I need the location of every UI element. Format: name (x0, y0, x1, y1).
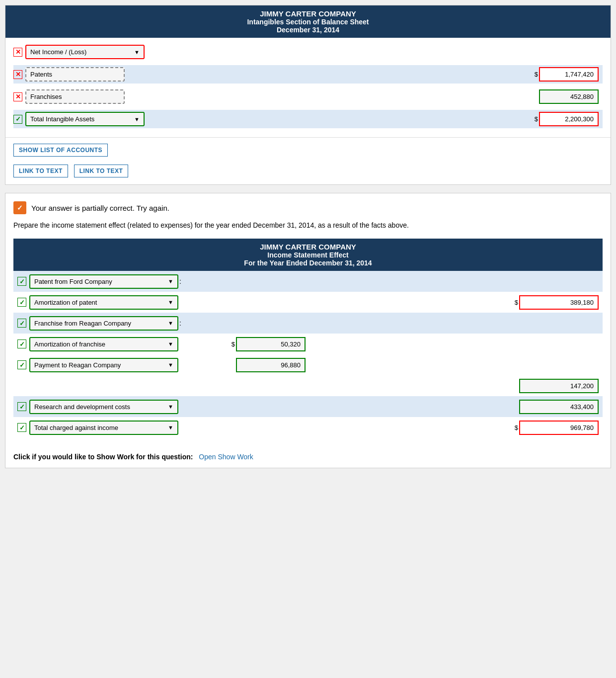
open-show-work-link[interactable]: Open Show Work (199, 453, 253, 461)
franchise-reagan-check: ✓ (17, 319, 26, 328)
amort-franchise-row: ✓ Amortization of franchise ▼ $ 50,320 (13, 334, 603, 354)
payment-reagan-dropdown[interactable]: Payment to Reagan Company ▼ (29, 358, 178, 372)
total-charged-dropdown[interactable]: Total charged against income ▼ (29, 421, 178, 435)
total-intangible-dropdown[interactable]: Total Intangible Assets ▼ (25, 112, 145, 126)
balance-sheet-date: December 31, 2014 (11, 26, 605, 34)
balance-sheet-form: ✕ Net Income / (Loss) ▼ ✕ Patents $ 1,74… (5, 38, 611, 137)
prepare-text: Prepare the income statement effect (rel… (13, 220, 603, 231)
patents-row: ✕ Patents $ 1,747,420 (13, 65, 603, 84)
company-name-2: JIMMY CARTER COMPANY (19, 243, 597, 251)
franchises-value[interactable]: 452,880 (539, 89, 599, 104)
amort-patent-arrow-icon: ▼ (168, 299, 173, 305)
show-list-button[interactable]: SHOW LIST OF ACCOUNTS (13, 144, 108, 157)
patents-check: ✕ (13, 70, 22, 79)
total-charged-dollar: $ (515, 424, 518, 431)
franchise-reagan-row: ✓ Franchise from Reagan Company ▼ : (13, 313, 603, 334)
total-intangible-value[interactable]: 2,200,300 (539, 112, 599, 126)
amort-patent-dollar: $ (515, 299, 518, 306)
total-intangible-check: ✓ (13, 115, 22, 124)
amort-franchise-arrow-icon: ▼ (168, 341, 173, 347)
subtotal-row: 147,200 (13, 375, 603, 396)
patent-ford-check: ✓ (17, 277, 26, 286)
show-work-area: Click if you would like to Show Work for… (5, 446, 611, 468)
net-income-row: ✕ Net Income / (Loss) ▼ (13, 43, 603, 61)
partial-correct-icon: ✓ (13, 201, 26, 214)
balance-sheet-subtitle: Intangibles Section of Balance Sheet (11, 18, 605, 26)
notice-text: Your answer is partially correct. Try ag… (31, 204, 169, 212)
income-statement-subtitle: Income Statement Effect (19, 251, 597, 259)
show-work-label: Click if you would like to Show Work for… (13, 453, 193, 461)
research-row: ✓ Research and development costs ▼ 433,4… (13, 396, 603, 417)
total-charged-check: ✓ (17, 423, 26, 432)
total-intangible-row: ✓ Total Intangible Assets ▼ $ 2,200,300 (13, 110, 603, 128)
payment-reagan-arrow-icon: ▼ (168, 362, 173, 368)
patent-ford-dropdown[interactable]: Patent from Ford Company ▼ (29, 274, 178, 289)
patent-ford-row: ✓ Patent from Ford Company ▼ : (13, 271, 603, 292)
link-to-text-button-1[interactable]: LINK TO TEXT (13, 165, 68, 177)
research-arrow-icon: ▼ (168, 404, 173, 410)
payment-reagan-row: ✓ Payment to Reagan Company ▼ 96,880 (13, 354, 603, 375)
patents-label-box: Patents (25, 67, 125, 82)
research-value[interactable]: 433,400 (519, 400, 599, 414)
total-intangible-arrow-icon: ▼ (134, 116, 140, 122)
patents-dollar: $ (535, 71, 538, 78)
amort-patent-row: ✓ Amortization of patent ▼ $ 389,180 (13, 292, 603, 313)
amort-franchise-check: ✓ (17, 339, 26, 348)
total-charged-row: ✓ Total charged against income ▼ $ 969,7… (13, 417, 603, 438)
franchises-label-box: Franchises (25, 89, 125, 104)
notice-row: ✓ Your answer is partially correct. Try … (13, 201, 603, 214)
button-area: SHOW LIST OF ACCOUNTS (5, 137, 611, 163)
amort-franchise-dropdown[interactable]: Amortization of franchise ▼ (29, 337, 178, 351)
link-area: LINK TO TEXT LINK TO TEXT (5, 163, 611, 184)
net-income-check: ✕ (13, 48, 22, 57)
notice-area: ✓ Your answer is partially correct. Try … (5, 193, 611, 446)
payment-reagan-value[interactable]: 96,880 (236, 358, 306, 372)
amort-patent-dropdown[interactable]: Amortization of patent ▼ (29, 295, 178, 310)
company-name-1: JIMMY CARTER COMPANY (11, 9, 605, 18)
net-income-dropdown[interactable]: Net Income / (Loss) ▼ (25, 45, 145, 59)
income-statement-date: For the Year Ended December 31, 2014 (19, 259, 597, 267)
patent-ford-arrow-icon: ▼ (168, 278, 173, 284)
patents-value[interactable]: 1,747,420 (539, 67, 599, 82)
net-income-arrow-icon: ▼ (134, 49, 140, 55)
franchises-row: ✕ Franchises 452,880 (13, 87, 603, 106)
balance-sheet-header: JIMMY CARTER COMPANY Intangibles Section… (5, 5, 611, 38)
income-statement-header: JIMMY CARTER COMPANY Income Statement Ef… (13, 239, 603, 271)
franchise-reagan-arrow-icon: ▼ (168, 320, 173, 326)
amort-patent-value[interactable]: 389,180 (519, 295, 599, 310)
payment-reagan-check: ✓ (17, 360, 26, 369)
franchise-reagan-dropdown[interactable]: Franchise from Reagan Company ▼ (29, 316, 178, 331)
total-intangible-dollar: $ (535, 115, 538, 123)
subtotal-value[interactable]: 147,200 (519, 379, 599, 393)
total-charged-arrow-icon: ▼ (168, 424, 173, 430)
total-charged-value[interactable]: 969,780 (519, 421, 599, 435)
amort-franchise-value[interactable]: 50,320 (236, 337, 306, 351)
amort-patent-check: ✓ (17, 298, 26, 307)
franchise-reagan-colon: : (179, 319, 181, 327)
research-dropdown[interactable]: Research and development costs ▼ (29, 400, 178, 414)
link-to-text-button-2[interactable]: LINK TO TEXT (74, 165, 129, 177)
amort-franchise-dollar: $ (231, 340, 235, 348)
research-check: ✓ (17, 402, 26, 411)
franchises-check: ✕ (13, 92, 22, 101)
patent-ford-colon: : (179, 277, 181, 285)
